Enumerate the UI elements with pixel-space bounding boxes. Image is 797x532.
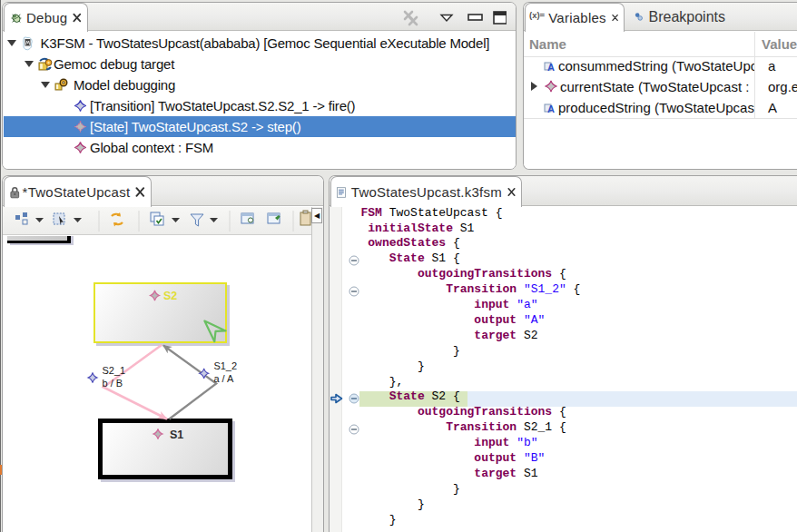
svg-text:A: A bbox=[547, 103, 555, 114]
svg-text:A: A bbox=[547, 62, 555, 73]
svg-text:S1_2: S1_2 bbox=[213, 360, 237, 371]
svg-text:S2: S2 bbox=[163, 290, 177, 302]
svg-text:S1: S1 bbox=[170, 429, 183, 441]
svg-text:a / A: a / A bbox=[213, 373, 234, 384]
svg-text:S2_1: S2_1 bbox=[103, 365, 126, 376]
svg-text:b / B: b / B bbox=[103, 378, 123, 389]
